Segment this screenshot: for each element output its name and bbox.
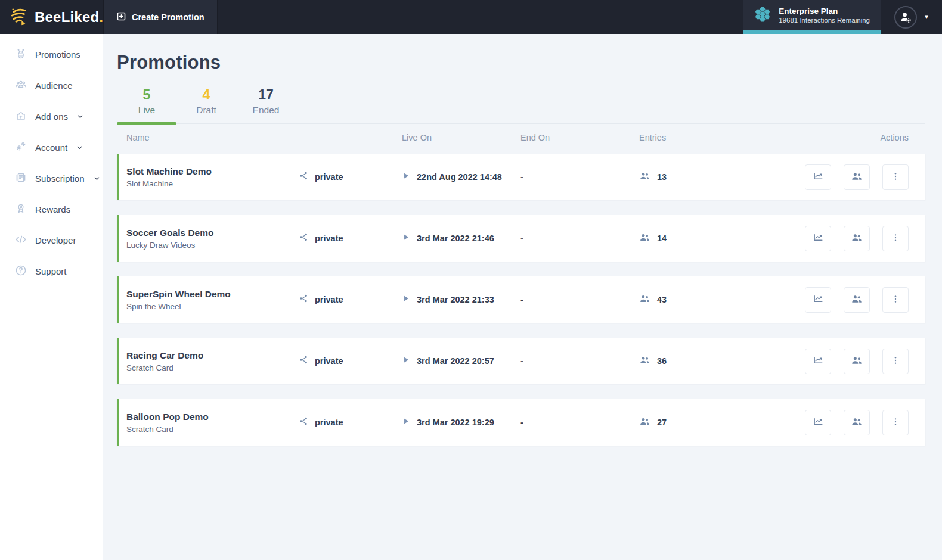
analytics-button[interactable] xyxy=(805,164,831,190)
tab-live[interactable]: 5 Live xyxy=(117,87,176,123)
beeliked-logo[interactable]: BeeLiked. xyxy=(0,0,103,34)
share-icon xyxy=(299,232,308,244)
share-icon xyxy=(299,416,308,428)
visibility-cell: private xyxy=(299,355,402,367)
plan-remaining: 19681 Interactions Remaining xyxy=(779,17,870,24)
entries-button[interactable] xyxy=(844,164,870,190)
kebab-menu-icon xyxy=(891,294,900,306)
main-content: Promotions 5 Live 4 Draft 17 Ended Name … xyxy=(103,34,942,560)
end-on-value: - xyxy=(520,295,523,304)
analytics-icon xyxy=(813,232,824,245)
create-promotion-button[interactable]: Create Promotion xyxy=(103,0,218,34)
entries-button[interactable] xyxy=(844,287,870,313)
table-row[interactable]: Balloon Pop Demo Scratch Card private 3r… xyxy=(117,399,925,446)
tab-count: 4 xyxy=(176,87,236,103)
sidebar-item-support[interactable]: Support xyxy=(0,256,103,287)
entries-users-icon xyxy=(639,354,650,368)
live-on-date: 3rd Mar 2022 20:57 xyxy=(417,356,494,366)
honeycomb-icon xyxy=(752,4,773,27)
entries-button[interactable] xyxy=(844,410,870,435)
sidebar: Promotions Audience Add ons xyxy=(0,34,103,560)
column-header-entries: Entries xyxy=(639,133,804,142)
sidebar-item-promotions[interactable]: Promotions xyxy=(0,39,103,70)
promotion-name-cell: Soccer Goals Demo Lucky Draw Videos xyxy=(126,228,299,250)
share-icon xyxy=(299,355,308,367)
entries-users-icon xyxy=(639,416,650,430)
actions-cell xyxy=(804,410,909,435)
kebab-menu-icon xyxy=(891,172,900,183)
tab-ended[interactable]: 17 Ended xyxy=(236,87,296,123)
analytics-button[interactable] xyxy=(805,287,831,313)
user-menu[interactable]: ▾ xyxy=(881,0,942,34)
chevron-down-icon[interactable]: ▾ xyxy=(925,13,928,21)
promotion-type: Spin the Wheel xyxy=(126,302,299,311)
kebab-menu-icon xyxy=(891,417,900,428)
live-on-cell: 3rd Mar 2022 21:46 xyxy=(402,233,520,244)
column-header-actions: Actions xyxy=(804,133,909,142)
promotion-name-cell: Racing Car Demo Scratch Card xyxy=(126,350,299,372)
sidebar-item-developer[interactable]: Developer xyxy=(0,225,103,256)
avatar[interactable] xyxy=(894,6,917,29)
table-row[interactable]: Slot Machine Demo Slot Machine private 2… xyxy=(117,154,925,200)
visibility-cell: private xyxy=(299,232,402,244)
interactions-progress-bar xyxy=(743,30,881,34)
table-row[interactable]: Soccer Goals Demo Lucky Draw Videos priv… xyxy=(117,215,925,262)
sidebar-item-label: Audience xyxy=(35,80,73,91)
more-options-button[interactable] xyxy=(882,287,909,313)
table-row[interactable]: SuperSpin Wheel Demo Spin the Wheel priv… xyxy=(117,276,925,323)
sidebar-item-label: Support xyxy=(35,266,67,276)
entries-button[interactable] xyxy=(844,226,870,251)
entries-count: 43 xyxy=(657,295,667,304)
users-icon xyxy=(851,232,863,245)
entries-users-icon xyxy=(639,170,650,184)
promotion-name: SuperSpin Wheel Demo xyxy=(126,289,299,300)
end-on-cell: - xyxy=(520,233,639,244)
brand-dot: . xyxy=(99,9,103,25)
sidebar-item-rewards[interactable]: Rewards xyxy=(0,194,103,225)
sidebar-item-add-ons[interactable]: Add ons xyxy=(0,101,103,132)
sidebar-item-label: Rewards xyxy=(35,204,70,214)
entries-button[interactable] xyxy=(844,349,870,374)
entries-count: 13 xyxy=(657,172,667,182)
bee-icon xyxy=(14,47,27,62)
table-row[interactable]: Racing Car Demo Scratch Card private 3rd… xyxy=(117,338,925,384)
actions-cell xyxy=(804,349,909,374)
plan-badge[interactable]: Enterprise Plan 19681 Interactions Remai… xyxy=(743,0,881,34)
users-icon xyxy=(851,293,863,307)
more-options-button[interactable] xyxy=(882,226,909,251)
top-bar: BeeLiked. Create Promotion xyxy=(0,0,942,34)
actions-cell xyxy=(804,164,909,190)
visibility-cell: private xyxy=(299,416,402,428)
gears-icon xyxy=(14,140,27,155)
promotion-status-tabs: 5 Live 4 Draft 17 Ended xyxy=(117,87,925,124)
more-options-button[interactable] xyxy=(882,164,909,190)
entries-count: 27 xyxy=(657,418,667,427)
promotions-list: Slot Machine Demo Slot Machine private 2… xyxy=(117,154,928,446)
entries-cell: 13 xyxy=(639,170,804,184)
end-on-value: - xyxy=(520,172,523,182)
sidebar-item-subscription[interactable]: Subscription xyxy=(0,163,103,194)
code-icon xyxy=(14,233,27,248)
visibility-label: private xyxy=(315,418,343,427)
more-options-button[interactable] xyxy=(882,410,909,435)
tab-count: 5 xyxy=(117,87,176,103)
chevron-down-icon xyxy=(77,111,83,122)
entries-count: 14 xyxy=(657,234,667,243)
play-icon xyxy=(402,294,410,305)
analytics-icon xyxy=(813,170,824,183)
live-on-cell: 3rd Mar 2022 19:29 xyxy=(402,417,520,428)
promotion-name: Slot Machine Demo xyxy=(126,166,299,177)
analytics-button[interactable] xyxy=(805,226,831,251)
visibility-label: private xyxy=(315,172,343,182)
play-icon xyxy=(402,172,410,182)
promotion-type: Lucky Draw Videos xyxy=(126,241,299,250)
analytics-button[interactable] xyxy=(805,410,831,435)
tab-draft[interactable]: 4 Draft xyxy=(176,87,236,123)
more-options-button[interactable] xyxy=(882,349,909,374)
analytics-button[interactable] xyxy=(805,349,831,374)
sidebar-item-audience[interactable]: Audience xyxy=(0,70,103,101)
column-header-live-on: Live On xyxy=(402,133,520,142)
kebab-menu-icon xyxy=(891,233,900,244)
end-on-cell: - xyxy=(520,356,639,366)
sidebar-item-account[interactable]: Account xyxy=(0,132,103,163)
